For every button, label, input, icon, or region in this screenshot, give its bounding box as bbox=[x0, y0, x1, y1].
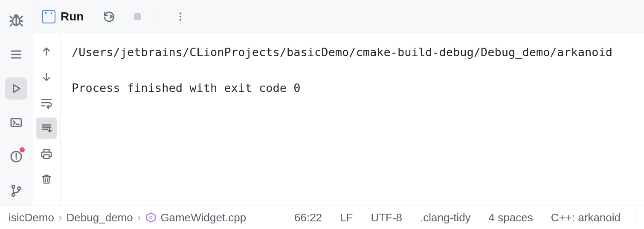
soft-wrap-button[interactable] bbox=[36, 92, 57, 113]
run-toolbar: Run bbox=[32, 0, 644, 33]
terminal-icon bbox=[9, 116, 23, 129]
breadcrumb-label: isicDemo bbox=[9, 211, 54, 224]
more-icon bbox=[175, 11, 186, 22]
toolwindow-tab[interactable]: Run bbox=[42, 10, 91, 23]
console-exit-line: Process finished with exit code 0 bbox=[72, 81, 300, 94]
left-tool-rail bbox=[0, 0, 32, 206]
problems-toolwindow-button[interactable] bbox=[5, 146, 27, 168]
inspections-profile[interactable]: .clang-tidy bbox=[414, 211, 477, 224]
main-area: Run bbox=[0, 0, 644, 206]
svg-point-9 bbox=[180, 19, 181, 20]
chevron-right-icon: › bbox=[58, 211, 62, 224]
terminal-toolwindow-button[interactable] bbox=[5, 112, 27, 134]
language-context[interactable]: C++: arkanoid bbox=[545, 211, 627, 224]
breadcrumb-item[interactable]: Debug_demo bbox=[67, 211, 133, 224]
problems-badge bbox=[20, 147, 25, 152]
structure-icon bbox=[9, 48, 23, 61]
vcs-toolwindow-button[interactable] bbox=[5, 180, 27, 202]
breadcrumb-item[interactable]: isicDemo bbox=[9, 211, 54, 224]
rerun-button[interactable] bbox=[99, 6, 119, 27]
svg-point-8 bbox=[180, 15, 181, 17]
git-branch-icon bbox=[9, 184, 23, 198]
console-output[interactable]: /Users/jetbrains/CLionProjects/basicDemo… bbox=[61, 33, 644, 206]
chevron-right-icon: › bbox=[137, 211, 141, 224]
arrow-down-icon bbox=[41, 71, 52, 83]
breadcrumb-label: GameWidget.cpp bbox=[160, 211, 246, 224]
arrow-up-icon bbox=[41, 46, 52, 57]
run-toolwindow-button[interactable] bbox=[5, 77, 27, 100]
svg-rect-1 bbox=[11, 119, 21, 127]
debug-toolwindow-button[interactable] bbox=[5, 9, 27, 31]
scroll-to-end-icon bbox=[40, 122, 53, 135]
rerun-icon bbox=[102, 10, 116, 23]
svg-rect-10 bbox=[44, 155, 49, 159]
print-icon bbox=[40, 147, 53, 160]
stop-button[interactable] bbox=[127, 6, 148, 27]
svg-rect-6 bbox=[134, 13, 141, 20]
previous-occurrence-button[interactable] bbox=[36, 41, 57, 62]
svg-text:C: C bbox=[149, 215, 153, 220]
svg-point-7 bbox=[180, 12, 181, 14]
run-body: /Users/jetbrains/CLionProjects/basicDemo… bbox=[32, 33, 644, 206]
breadcrumb-label: Debug_demo bbox=[67, 211, 133, 224]
breadcrumbs: isicDemo › Debug_demo › C GameWidget.cpp bbox=[9, 211, 246, 224]
indent-settings[interactable]: 4 spaces bbox=[483, 211, 539, 224]
cpp-file-icon: C bbox=[145, 212, 157, 223]
play-icon bbox=[10, 82, 23, 95]
toolbar-separator bbox=[159, 7, 159, 26]
line-separator[interactable]: LF bbox=[334, 211, 359, 224]
console-command-line: /Users/jetbrains/CLionProjects/basicDemo… bbox=[72, 46, 612, 59]
next-occurrence-button[interactable] bbox=[36, 66, 57, 88]
file-encoding[interactable]: UTF-8 bbox=[365, 211, 408, 224]
more-actions-button[interactable] bbox=[170, 6, 191, 27]
scroll-to-end-button[interactable] bbox=[36, 117, 57, 139]
console-action-column bbox=[32, 33, 61, 206]
run-panel: Run bbox=[32, 0, 644, 206]
breadcrumb-item[interactable]: C GameWidget.cpp bbox=[145, 211, 246, 224]
toolwindow-title: Run bbox=[61, 10, 84, 23]
caret-position[interactable]: 66:22 bbox=[288, 211, 328, 224]
bug-icon bbox=[9, 13, 23, 28]
stop-icon bbox=[131, 11, 143, 23]
structure-toolwindow-button[interactable] bbox=[5, 43, 27, 66]
clear-all-button[interactable] bbox=[36, 169, 57, 190]
status-divider bbox=[635, 211, 635, 224]
soft-wrap-icon bbox=[40, 96, 53, 109]
trash-icon bbox=[41, 173, 52, 185]
toolwindow-run-icon bbox=[42, 10, 55, 23]
print-button[interactable] bbox=[36, 143, 57, 164]
ide-root: Run bbox=[0, 0, 644, 229]
status-bar: isicDemo › Debug_demo › C GameWidget.cpp… bbox=[0, 206, 644, 229]
